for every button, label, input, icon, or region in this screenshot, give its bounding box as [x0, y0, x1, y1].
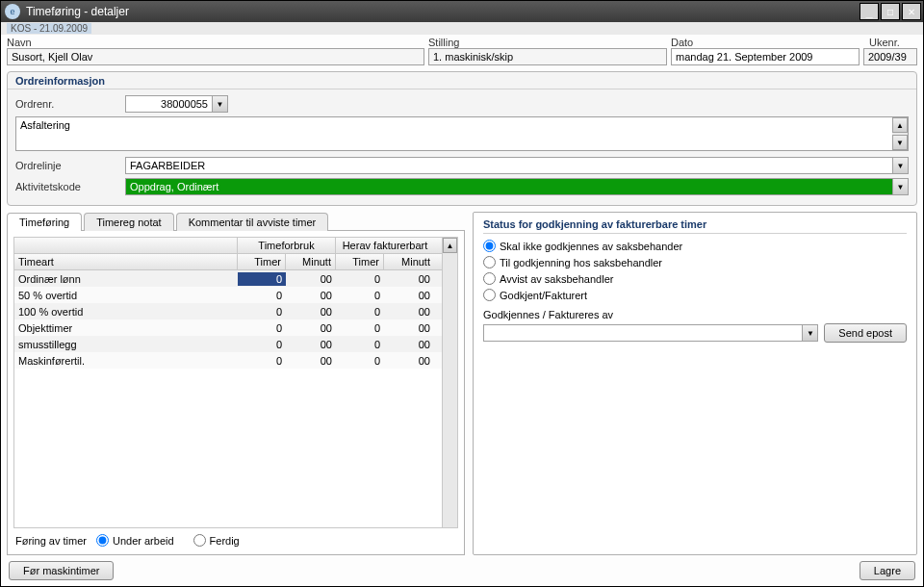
name-field[interactable]	[7, 48, 424, 65]
radio-til-godkjenning-input[interactable]	[483, 256, 496, 268]
approver-input[interactable]	[483, 324, 802, 342]
cell-minutt-1[interactable]: 00	[286, 354, 336, 368]
cell-timer-2[interactable]: 0	[336, 321, 384, 335]
radio-under-arbeid-input[interactable]	[96, 534, 109, 547]
cell-minutt-2[interactable]: 00	[384, 289, 434, 302]
label-date: Dato	[671, 37, 869, 48]
cell-timer-1[interactable]: 0	[238, 338, 286, 351]
cell-timeart[interactable]: Ordinær lønn	[14, 272, 238, 286]
col-timeart[interactable]: Timeart	[14, 254, 238, 269]
radio-ferdig-label: Ferdig	[210, 535, 240, 547]
maximize-button[interactable]: ☐	[881, 3, 900, 20]
activity-input[interactable]	[125, 178, 892, 195]
approver-combo[interactable]: ▼	[483, 324, 818, 342]
cell-minutt-1[interactable]: 00	[286, 305, 336, 319]
chevron-down-icon[interactable]: ▼	[212, 95, 228, 113]
chevron-down-icon[interactable]: ▼	[892, 157, 909, 174]
table-row[interactable]: 100 % overtid000000	[14, 303, 442, 319]
label-name: Navn	[7, 37, 428, 48]
cell-minutt-2[interactable]: 00	[384, 338, 434, 351]
cell-timeart[interactable]: 50 % overtid	[14, 289, 238, 302]
radio-avvist-input[interactable]	[483, 272, 496, 285]
cell-timeart[interactable]: 100 % overtid	[14, 305, 238, 319]
cell-timer-2[interactable]: 0	[336, 338, 384, 351]
cell-timer-1[interactable]: 0	[238, 289, 286, 302]
close-button[interactable]: ✕	[902, 3, 921, 20]
cell-timeart[interactable]: smusstillegg	[14, 338, 238, 351]
table-row[interactable]: Objekttimer000000	[14, 319, 442, 336]
chevron-down-icon[interactable]: ▼	[892, 178, 909, 195]
send-email-button[interactable]: Send epost	[824, 323, 907, 343]
scroll-up-icon[interactable]: ▲	[443, 238, 457, 253]
tabstrip: Timeføring Timereg notat Kommentar til a…	[7, 213, 465, 231]
radio-til-godkjenning[interactable]: Til godkjenning hos saksbehandler	[483, 256, 897, 268]
minimize-button[interactable]: _	[860, 3, 879, 20]
week-field[interactable]	[863, 48, 917, 65]
label-week: Ukenr.	[869, 37, 917, 48]
col-minutt-1[interactable]: Minutt	[286, 254, 336, 269]
date-field[interactable]	[671, 48, 860, 65]
radio-skal-ikke-label: Skal ikke godkjennes av saksbehander	[500, 241, 682, 252]
radio-ferdig-input[interactable]	[193, 534, 206, 547]
cell-timeart[interactable]: Maskinførertil.	[14, 354, 238, 368]
radio-avvist-label: Avvist av saksbehandler	[500, 273, 613, 285]
orderline-input[interactable]	[125, 157, 892, 174]
table-row[interactable]: smusstillegg000000	[14, 336, 442, 352]
radio-ferdig[interactable]: Ferdig	[193, 534, 240, 547]
app-icon: e	[5, 4, 20, 19]
grid-scrollbar[interactable]: ▲	[442, 238, 457, 527]
radio-skal-ikke-input[interactable]	[483, 240, 496, 252]
order-description[interactable]: Asfaltering	[16, 117, 892, 150]
table-row[interactable]: 50 % overtid000000	[14, 287, 442, 303]
col-timer-2[interactable]: Timer	[336, 254, 384, 269]
cell-minutt-1[interactable]: 00	[286, 321, 336, 335]
radio-under-arbeid[interactable]: Under arbeid	[96, 534, 174, 547]
col-minutt-2[interactable]: Minutt	[384, 254, 434, 269]
approval-radio-list: Skal ikke godkjennes av saksbehander Til…	[483, 240, 907, 301]
cell-minutt-2[interactable]: 00	[384, 305, 434, 319]
maskintimer-button[interactable]: Før maskintimer	[9, 561, 114, 580]
ordernr-input[interactable]	[125, 95, 212, 113]
cell-timer-1[interactable]: 0	[238, 305, 286, 319]
grid-group-header: Timeforbruk Herav fakturerbart	[14, 238, 442, 254]
tab-timereg-notat[interactable]: Timereg notat	[84, 213, 173, 231]
cell-timer-2[interactable]: 0	[336, 305, 384, 319]
cell-timer-1[interactable]: 0	[238, 272, 286, 286]
timer-status-row: Føring av timer Under arbeid Ferdig	[13, 528, 458, 549]
cell-minutt-1[interactable]: 00	[286, 338, 336, 351]
cell-minutt-1[interactable]: 00	[286, 272, 336, 286]
cell-minutt-2[interactable]: 00	[384, 272, 434, 286]
cell-timer-1[interactable]: 0	[238, 321, 286, 335]
cell-timer-2[interactable]: 0	[336, 272, 384, 286]
tab-timeforing[interactable]: Timeføring	[7, 213, 82, 231]
cell-timer-1[interactable]: 0	[238, 354, 286, 368]
textarea-scrollbar[interactable]: ▲ ▼	[892, 117, 908, 150]
cell-timer-2[interactable]: 0	[336, 354, 384, 368]
position-field[interactable]	[428, 48, 667, 65]
radio-skal-ikke[interactable]: Skal ikke godkjennes av saksbehander	[483, 240, 897, 252]
tab-kommentar[interactable]: Kommentar til avviste timer	[176, 213, 329, 231]
activity-combo[interactable]: ▼	[125, 178, 909, 195]
subheader: KOS - 21.09.2009	[1, 22, 923, 35]
cell-minutt-2[interactable]: 00	[384, 354, 434, 368]
radio-avvist[interactable]: Avvist av saksbehandler	[483, 272, 897, 285]
chevron-down-icon[interactable]: ▼	[802, 324, 818, 342]
label-timer-status: Føring av timer	[15, 535, 87, 547]
table-row[interactable]: Maskinførertil.000000	[14, 352, 442, 369]
col-timer-1[interactable]: Timer	[238, 254, 286, 269]
table-row[interactable]: Ordinær lønn000000	[14, 270, 442, 287]
orderline-combo[interactable]: ▼	[125, 157, 909, 174]
cell-timeart[interactable]: Objekttimer	[14, 321, 238, 335]
save-button[interactable]: Lagre	[860, 561, 915, 580]
cell-minutt-2[interactable]: 00	[384, 321, 434, 335]
scroll-down-icon[interactable]: ▼	[892, 135, 908, 150]
radio-godkjent-input[interactable]	[483, 289, 496, 301]
right-column: Status for godkjenning av fakturerbare t…	[473, 212, 917, 555]
ordernr-combo[interactable]: ▼	[125, 95, 228, 113]
label-orderline: Ordrelinje	[15, 160, 121, 171]
scroll-up-icon[interactable]: ▲	[892, 117, 908, 133]
cell-minutt-1[interactable]: 00	[286, 289, 336, 302]
radio-godkjent[interactable]: Godkjent/Fakturert	[483, 289, 897, 301]
grid-body[interactable]: Ordinær lønn00000050 % overtid000000100 …	[14, 270, 442, 527]
cell-timer-2[interactable]: 0	[336, 289, 384, 302]
